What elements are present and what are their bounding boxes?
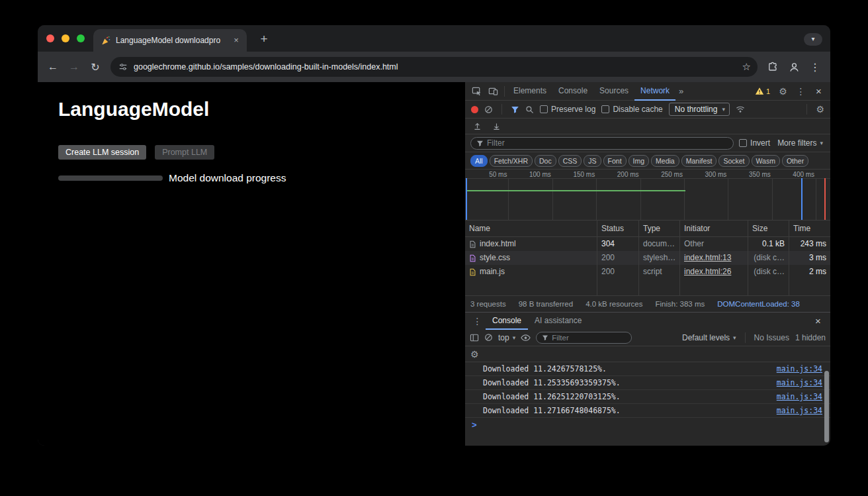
devtools-settings-gear-icon[interactable]: ⚙ [775, 83, 791, 99]
drawer-tab-ai-assistance[interactable]: AI assistance [528, 313, 588, 330]
url-text: googlechrome.github.io/samples/downloadi… [134, 62, 736, 72]
window-controls [46, 34, 85, 42]
console-filter-box[interactable] [536, 332, 632, 344]
browser-menu-kebab-icon[interactable]: ⋮ [805, 57, 825, 77]
chip-css[interactable]: CSS [558, 155, 582, 167]
export-har-icon[interactable] [488, 118, 505, 134]
extensions-puzzle-icon[interactable] [763, 57, 783, 77]
console-sidebar-icon[interactable] [470, 334, 479, 342]
chip-other[interactable]: Other [782, 155, 808, 167]
address-bar[interactable]: googlechrome.github.io/samples/downloadi… [110, 57, 758, 77]
import-har-icon[interactable] [469, 118, 486, 134]
create-llm-session-button[interactable]: Create LLM session [58, 145, 146, 160]
progress-label: Model download progress [169, 172, 286, 184]
network-toolbar: Preserve log Disable cache No throttling… [465, 101, 830, 119]
console-filter-input[interactable] [552, 334, 626, 342]
network-conditions-icon[interactable] [736, 105, 745, 113]
console-settings-row: ⚙ [465, 346, 830, 362]
new-tab-button[interactable]: + [256, 31, 272, 47]
tab-console[interactable]: Console [552, 82, 593, 101]
network-overview-timeline[interactable]: 50 ms 100 ms 150 ms 200 ms 250 ms 300 ms… [465, 170, 830, 221]
timeline-grid [465, 178, 830, 220]
more-filters-button[interactable]: More filters ▾ [775, 138, 825, 148]
table-row[interactable]: index.html 304 docum… Other 0.1 kB 243 m… [465, 237, 830, 251]
clear-console-icon[interactable] [484, 333, 493, 342]
source-link[interactable]: main.js:34 [777, 404, 822, 417]
throttling-select[interactable]: No throttling ▾ [669, 103, 730, 116]
tab-close-icon[interactable]: × [231, 35, 241, 46]
column-type[interactable]: Type [639, 221, 680, 236]
tab-search-chevron-icon[interactable]: ▾ [804, 33, 822, 46]
invert-checkbox[interactable] [739, 139, 747, 147]
devtools-menu-kebab-icon[interactable]: ⋮ [793, 83, 809, 99]
maximize-window-button[interactable] [77, 34, 85, 42]
browser-tab[interactable]: LanguageModel downloadpro × [93, 29, 247, 52]
devtools-close-icon[interactable]: × [810, 83, 827, 99]
scrollbar-thumb[interactable] [824, 371, 829, 442]
source-link[interactable]: main.js:34 [777, 390, 822, 403]
network-filter-row: Invert More filters ▾ [465, 134, 830, 152]
chip-font[interactable]: Font [603, 155, 627, 167]
timeline-labels: 50 ms 100 ms 150 ms 200 ms 250 ms 300 ms… [465, 170, 830, 178]
record-network-log-icon[interactable] [471, 106, 478, 113]
drawer-close-icon[interactable]: × [810, 313, 826, 329]
chip-manifest[interactable]: Manifest [681, 155, 717, 167]
prompt-llm-button[interactable]: Prompt LLM [155, 145, 214, 160]
log-levels-select[interactable]: Default levels ▾ [682, 333, 736, 342]
console-log-row: Downloaded 11.26251220703125%. main.js:3… [465, 390, 830, 404]
minimize-window-button[interactable] [62, 34, 69, 42]
column-name[interactable]: Name [465, 221, 597, 236]
reload-icon[interactable]: ↻ [85, 57, 105, 77]
close-window-button[interactable] [46, 34, 54, 42]
warning-badge[interactable]: 1 [752, 87, 773, 95]
chip-all[interactable]: All [470, 155, 488, 167]
drawer-menu-kebab-icon[interactable]: ⋮ [469, 313, 486, 329]
network-filter-input[interactable] [487, 138, 728, 148]
issues-counter[interactable]: No Issues [754, 333, 789, 342]
profile-avatar-icon[interactable] [784, 57, 804, 77]
search-icon[interactable] [525, 105, 534, 114]
chip-media[interactable]: Media [651, 155, 679, 167]
column-size[interactable]: Size [748, 221, 789, 236]
overview-request-bar [466, 190, 685, 191]
clear-network-log-icon[interactable] [484, 105, 493, 114]
chip-doc[interactable]: Doc [535, 155, 556, 167]
inspect-element-icon[interactable] [468, 83, 485, 99]
filter-funnel-icon[interactable] [511, 105, 519, 114]
context-selector[interactable]: top ▾ [498, 333, 515, 342]
initiator-link[interactable]: index.html:13 [684, 253, 731, 262]
drawer-tab-console[interactable]: Console [486, 313, 528, 330]
back-icon[interactable]: ← [43, 57, 63, 77]
network-filter-box[interactable] [470, 137, 734, 150]
chip-wasm[interactable]: Wasm [752, 155, 780, 167]
chip-js[interactable]: JS [584, 155, 601, 167]
site-settings-tune-icon[interactable] [118, 62, 128, 72]
column-status[interactable]: Status [597, 221, 639, 236]
table-row[interactable]: style.css 200 stylesh… index.html:13 (di… [465, 251, 830, 265]
chip-fetch-xhr[interactable]: Fetch/XHR [490, 155, 533, 167]
tab-elements[interactable]: Elements [507, 82, 552, 101]
network-settings-gear-icon[interactable]: ⚙ [816, 104, 824, 115]
table-row[interactable]: main.js 200 script index.html:26 (disk c… [465, 265, 830, 279]
chip-socket[interactable]: Socket [718, 155, 749, 167]
more-tabs-icon[interactable]: » [675, 86, 687, 96]
preserve-log-checkbox[interactable] [540, 105, 548, 113]
tab-network[interactable]: Network [634, 82, 675, 101]
tab-sources[interactable]: Sources [593, 82, 634, 101]
initiator-link[interactable]: index.html:26 [684, 267, 731, 276]
bookmark-star-icon[interactable]: ☆ [742, 61, 751, 73]
finish-time: Finish: 383 ms [655, 300, 705, 308]
console-prompt[interactable]: > [465, 418, 830, 432]
console-settings-gear-icon[interactable]: ⚙ [470, 349, 479, 360]
source-link[interactable]: main.js:34 [777, 362, 822, 375]
column-time[interactable]: Time [789, 221, 830, 236]
chip-img[interactable]: Img [629, 155, 650, 167]
forward-icon[interactable]: → [64, 57, 84, 77]
source-link[interactable]: main.js:34 [777, 376, 822, 389]
script-file-icon [469, 268, 476, 276]
disable-cache-checkbox[interactable] [601, 105, 609, 113]
column-initiator[interactable]: Initiator [680, 221, 748, 236]
live-expression-eye-icon[interactable] [521, 334, 531, 342]
device-toolbar-icon[interactable] [485, 83, 501, 99]
preserve-log-label: Preserve log [551, 105, 595, 114]
